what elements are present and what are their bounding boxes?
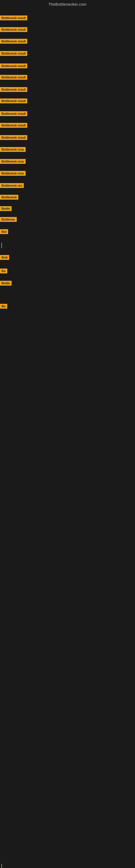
bottleneck-badge-container: Bottlenec (0, 217, 17, 223)
bottleneck-badge-container (0, 864, 2, 868)
bottleneck-badge: Bottleneck result (0, 98, 27, 103)
bottleneck-badge: Bottleneck (0, 195, 18, 199)
bottleneck-badge-container: Bottleneck result (0, 63, 27, 69)
bottleneck-badge-container: Bottleneck res (0, 183, 24, 189)
bottleneck-badge: Bo (0, 304, 7, 309)
bottleneck-badge-container: Bo (0, 269, 7, 275)
bottleneck-badge-container: Bottleneck resu (0, 159, 26, 165)
bottleneck-badge-container: Bottleneck result (0, 27, 27, 33)
bottleneck-badge-container: Bot (0, 229, 8, 235)
bottleneck-badge-container: Bottleneck result (0, 87, 27, 93)
bottleneck-badge-container: Bottleneck resu (0, 171, 26, 177)
bottleneck-badge: Bottleneck result (0, 135, 27, 140)
bottleneck-badge-container: Bott (0, 255, 9, 261)
bottleneck-badge-container: Bottleneck resu (0, 147, 26, 153)
bottleneck-badge-container: Bottle (0, 281, 12, 287)
bottleneck-badge-container: Bo (0, 304, 7, 310)
vertical-bar (1, 243, 2, 248)
bottleneck-badge: Bottleneck result (0, 123, 27, 128)
bottleneck-badge: Bottleneck result (0, 39, 27, 44)
bottleneck-badge-container: Bottleneck result (0, 111, 27, 117)
bottleneck-badge: Bottleneck resu (0, 159, 26, 164)
bottleneck-badge-container: Bottleneck result (0, 135, 27, 141)
bottleneck-badge-container: Bottleneck result (0, 75, 27, 81)
bottleneck-badge-container: Bottleneck result (0, 98, 27, 104)
bottleneck-badge-container: Bottleneck result (0, 123, 27, 129)
bottleneck-badge: Bottleneck result (0, 75, 27, 80)
bottleneck-badge: Bottleneck result (0, 51, 27, 56)
site-title: TheBottlenecker.com (0, 0, 135, 9)
bottleneck-badge-container: Bottleneck (0, 195, 18, 201)
bottleneck-badge: Bo (0, 269, 7, 273)
vertical-bar (1, 864, 2, 868)
bottleneck-badge: Bott (0, 255, 9, 260)
bottleneck-badge: Bottle (0, 281, 12, 286)
bottleneck-badge: Bot (0, 229, 8, 234)
bottleneck-badge: Bottleneck resu (0, 147, 26, 152)
bottleneck-badge: Bottleneck result (0, 63, 27, 68)
bottleneck-badge: Bottleneck result (0, 111, 27, 116)
bottleneck-badge: Bottleneck resu (0, 171, 26, 176)
bottleneck-badge-container: Bottle (0, 206, 12, 212)
bottleneck-badge: Bottleneck result (0, 27, 27, 32)
bottleneck-badge-container (0, 243, 2, 248)
bottleneck-badge-container: Bottleneck result (0, 51, 27, 57)
bottleneck-badge: Bottleneck result (0, 87, 27, 92)
bottleneck-badge-container: Bottleneck result (0, 16, 27, 22)
bottleneck-badge: Bottleneck res (0, 183, 24, 188)
bottleneck-badge: Bottleneck result (0, 16, 27, 20)
bottleneck-badge-container: Bottleneck result (0, 39, 27, 45)
bottleneck-badge: Bottle (0, 206, 12, 211)
bottleneck-badge: Bottlenec (0, 217, 17, 222)
